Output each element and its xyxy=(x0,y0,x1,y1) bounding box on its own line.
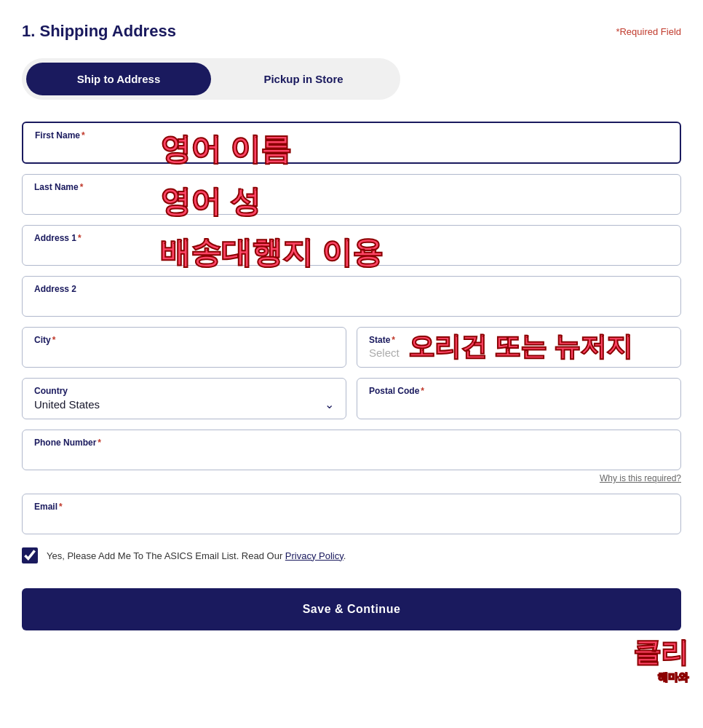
phone-input[interactable] xyxy=(34,449,669,462)
page-header: 1. Shipping Address *Required Field xyxy=(22,22,681,41)
pickup-in-store-tab[interactable]: Pickup in Store xyxy=(211,63,396,95)
address2-group: Address 2 xyxy=(22,276,681,317)
postal-group: Postal Code* xyxy=(357,378,681,419)
ship-to-address-tab[interactable]: Ship to Address xyxy=(26,63,211,95)
sub-klick-text: 해마와 xyxy=(633,671,688,684)
phone-label: Phone Number* xyxy=(34,438,669,448)
first-name-input[interactable] xyxy=(35,142,668,154)
last-name-group: Last Name* xyxy=(22,174,681,215)
first-name-group: First Name* xyxy=(22,122,681,164)
postal-label: Postal Code* xyxy=(369,386,669,396)
address1-input[interactable] xyxy=(34,245,669,257)
city-group: City* xyxy=(22,327,346,368)
address1-group: Address 1* xyxy=(22,225,681,266)
country-label: Country xyxy=(34,386,334,396)
shipping-form: First Name* 영어 이름 Last Name* 영어 성 Addres… xyxy=(22,122,681,630)
phone-group: Phone Number* xyxy=(22,430,681,470)
required-note: *Required Field xyxy=(616,26,681,37)
city-label: City* xyxy=(34,335,334,345)
email-group: Email* xyxy=(22,494,681,534)
last-name-wrapper: Last Name* 영어 성 xyxy=(22,174,681,215)
first-name-wrapper: First Name* 영어 이름 xyxy=(22,122,681,164)
state-label: State* xyxy=(369,335,669,345)
state-group: State* 오리건 또는 뉴저지 xyxy=(357,327,681,368)
country-value: United States xyxy=(34,398,100,411)
chevron-down-icon: ⌄ xyxy=(325,397,334,411)
phone-wrapper: Phone Number* Why is this required? xyxy=(22,430,681,483)
email-label: Email* xyxy=(34,502,669,512)
why-required-link[interactable]: Why is this required? xyxy=(22,473,681,483)
city-state-row: City* State* 오리건 또는 뉴저지 xyxy=(22,327,681,368)
email-optin-row: Yes, Please Add Me To The ASICS Email Li… xyxy=(22,547,681,563)
save-continue-button[interactable]: Save & Continue xyxy=(22,588,681,630)
address1-wrapper: Address 1* 배송대행지 이용 xyxy=(22,225,681,266)
address2-input[interactable] xyxy=(34,296,669,308)
state-input[interactable] xyxy=(369,347,669,359)
last-name-label: Last Name* xyxy=(34,182,669,192)
country-group: Country United States ⌄ xyxy=(22,378,346,419)
shipping-tab-group: Ship to Address Pickup in Store xyxy=(22,58,400,100)
klick-overlay: 클리 해마와 xyxy=(633,634,688,684)
privacy-policy-link[interactable]: Privacy Policy xyxy=(285,550,343,561)
first-name-label: First Name* xyxy=(35,130,668,141)
email-optin-checkbox[interactable] xyxy=(22,547,38,563)
country-select-inner[interactable]: United States ⌄ xyxy=(34,397,334,411)
email-input[interactable] xyxy=(34,513,669,526)
address2-label: Address 2 xyxy=(34,284,669,294)
city-input[interactable] xyxy=(34,347,334,359)
address1-label: Address 1* xyxy=(34,233,669,243)
page-title: 1. Shipping Address xyxy=(22,22,176,41)
country-postal-row: Country United States ⌄ Postal Code* xyxy=(22,378,681,419)
email-optin-label: Yes, Please Add Me To The ASICS Email Li… xyxy=(47,550,346,561)
last-name-input[interactable] xyxy=(34,194,669,206)
postal-input[interactable] xyxy=(369,397,669,410)
